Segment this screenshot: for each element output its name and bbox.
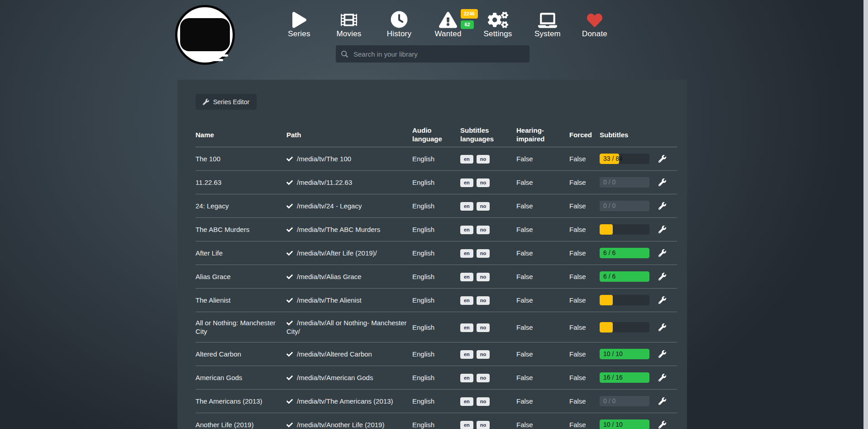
series-editor-button[interactable]: Series Editor xyxy=(196,94,257,110)
wrench-icon xyxy=(658,226,666,233)
progress-fill xyxy=(600,322,613,333)
series-editor-label: Series Editor xyxy=(213,98,249,106)
check-icon xyxy=(286,297,293,304)
series-name-link[interactable]: The Americans (2013) xyxy=(196,397,262,405)
table-row: American Gods /media/tv/American Gods En… xyxy=(196,366,677,389)
subtitle-languages: enno xyxy=(460,349,516,359)
hearing-impaired-value: False xyxy=(516,323,569,332)
progress-label: 10 / 10 xyxy=(603,349,623,359)
audio-language-value: English xyxy=(412,272,460,281)
forced-value: False xyxy=(569,420,600,429)
language-badge: no xyxy=(477,178,490,187)
table-row: All or Nothing: Manchester City /media/t… xyxy=(196,312,677,342)
check-icon xyxy=(286,274,293,280)
hearing-impaired-value: False xyxy=(516,350,569,358)
edit-series-button[interactable] xyxy=(658,350,666,358)
nav-label: Donate xyxy=(574,29,615,39)
language-badge: en xyxy=(460,350,473,359)
clock-icon xyxy=(379,8,420,28)
wrench-icon xyxy=(658,397,666,405)
series-name-link[interactable]: 24: Legacy xyxy=(196,202,229,210)
wrench-icon xyxy=(658,374,666,381)
series-name-link[interactable]: After Life xyxy=(196,249,223,257)
series-path: /media/tv/The 100 xyxy=(297,155,351,163)
subtitle-languages: enno xyxy=(460,248,516,258)
nav-item-history[interactable]: History xyxy=(379,8,420,44)
series-path: /media/tv/Another Life (2019) xyxy=(297,421,384,429)
subtitle-languages: enno xyxy=(460,396,516,406)
edit-series-button[interactable] xyxy=(658,226,666,233)
search-input[interactable] xyxy=(353,50,524,58)
progress-label: 16 / 16 xyxy=(603,372,623,383)
table-row: The 100 /media/tv/The 100 English enno F… xyxy=(196,147,677,170)
check-icon xyxy=(286,203,293,209)
table-row: Another Life (2019) /media/tv/Another Li… xyxy=(196,413,677,429)
column-header-path: Path xyxy=(286,130,412,139)
language-badge: no xyxy=(477,421,490,429)
language-badge: no xyxy=(477,296,490,305)
language-badge: no xyxy=(477,249,490,258)
subtitles-progress-bar: 0 / 0 xyxy=(600,201,649,211)
edit-series-button[interactable] xyxy=(658,397,666,405)
language-badge: en xyxy=(460,178,473,187)
column-header-hearing-impaired: Hearing-impaired xyxy=(516,126,569,143)
edit-series-button[interactable] xyxy=(658,374,666,381)
search-icon xyxy=(341,51,348,58)
series-name-link[interactable]: The Alienist xyxy=(196,296,231,304)
series-path: /media/tv/11.22.63 xyxy=(297,178,352,186)
nav-item-series[interactable]: Series xyxy=(279,8,320,44)
edit-series-button[interactable] xyxy=(658,296,666,304)
subtitles-progress-bar: 0 / 0 xyxy=(600,177,649,188)
check-icon xyxy=(286,227,293,233)
edit-series-button[interactable] xyxy=(658,202,666,210)
edit-series-button[interactable] xyxy=(658,155,666,163)
language-badge: no xyxy=(477,226,490,234)
column-header-subtitles-languages: Subtitles languages xyxy=(460,126,516,143)
series-path: /media/tv/All or Nothing- Manchester Cit… xyxy=(286,319,407,335)
wrench-icon xyxy=(658,421,666,429)
nav-item-system[interactable]: System xyxy=(527,8,568,44)
nav-item-movies[interactable]: Movies xyxy=(329,8,369,44)
language-badge: en xyxy=(460,155,473,164)
edit-series-button[interactable] xyxy=(658,273,666,280)
subtitles-progress-bar xyxy=(600,295,649,305)
subtitles-progress-bar: 0 / 0 xyxy=(600,396,649,406)
edit-series-button[interactable] xyxy=(658,421,666,429)
series-name-link[interactable]: American Gods xyxy=(196,374,242,381)
wrench-icon xyxy=(658,296,666,304)
play-icon xyxy=(279,8,320,28)
table-row: Altered Carbon /media/tv/Altered Carbon … xyxy=(196,342,677,366)
edit-series-button[interactable] xyxy=(658,178,666,186)
nav-item-settings[interactable]: Settings xyxy=(477,8,518,44)
edit-series-button[interactable] xyxy=(658,323,666,331)
nav-item-donate[interactable]: Donate xyxy=(574,8,615,44)
language-badge: no xyxy=(477,397,490,406)
gears-icon xyxy=(477,8,518,28)
series-name-link[interactable]: All or Nothing: Manchester City xyxy=(196,319,276,335)
vertical-scrollbar[interactable] xyxy=(863,0,868,429)
language-badge: en xyxy=(460,296,473,305)
language-badge: no xyxy=(477,273,490,281)
nav-item-wanted[interactable]: Wanted 2246 62 xyxy=(428,8,468,44)
nav-label: Movies xyxy=(329,29,369,39)
forced-value: False xyxy=(569,178,600,187)
language-badge: en xyxy=(460,273,473,281)
progress-label: 6 / 6 xyxy=(603,248,615,258)
film-icon xyxy=(329,8,369,28)
subtitles-progress-bar: 10 / 10 xyxy=(600,349,649,359)
edit-series-button[interactable] xyxy=(658,249,666,257)
check-icon xyxy=(286,320,293,326)
series-name-link[interactable]: The 100 xyxy=(196,155,220,163)
series-path: /media/tv/After Life (2019)/ xyxy=(297,249,377,257)
language-badge: en xyxy=(460,226,473,234)
progress-label: 0 / 0 xyxy=(603,201,615,211)
series-name-link[interactable]: Alias Grace xyxy=(196,273,231,280)
series-name-link[interactable]: 11.22.63 xyxy=(196,178,221,186)
audio-language-value: English xyxy=(412,225,460,234)
heart-icon xyxy=(574,8,615,28)
language-badge: no xyxy=(477,155,490,164)
series-name-link[interactable]: Another Life (2019) xyxy=(196,421,253,429)
series-name-link[interactable]: The ABC Murders xyxy=(196,226,249,233)
series-name-link[interactable]: Altered Carbon xyxy=(196,350,241,358)
subtitles-progress-bar: 16 / 16 xyxy=(600,372,649,383)
